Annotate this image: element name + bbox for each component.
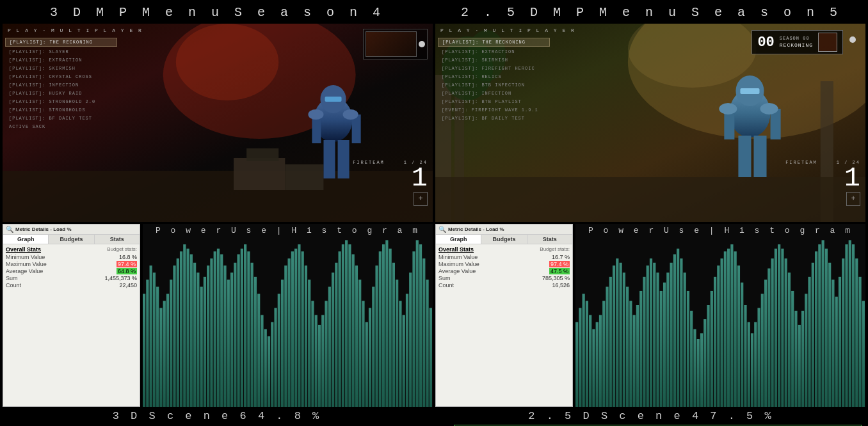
- svg-rect-164: [724, 251, 727, 407]
- svg-rect-6: [285, 164, 323, 190]
- left-metric-header: 🔍 Metric Details - Load %: [3, 225, 140, 235]
- svg-rect-177: [768, 269, 770, 407]
- svg-rect-158: [703, 319, 706, 407]
- svg-rect-94: [345, 240, 348, 407]
- svg-rect-139: [639, 291, 642, 407]
- svg-rect-142: [650, 258, 652, 407]
- right-stat-max: Maximum Value 97.4 %: [438, 261, 570, 267]
- svg-rect-62: [237, 255, 239, 407]
- right-tab-stats[interactable]: Stats: [527, 235, 572, 244]
- svg-rect-64: [244, 244, 246, 407]
- svg-rect-137: [633, 315, 636, 407]
- left-histogram-chart: [143, 237, 433, 407]
- svg-rect-149: [673, 255, 676, 407]
- svg-rect-77: [288, 258, 291, 407]
- svg-rect-60: [230, 272, 233, 407]
- svg-rect-54: [210, 258, 213, 407]
- svg-rect-98: [358, 280, 361, 407]
- svg-rect-55: [214, 251, 216, 407]
- svg-rect-44: [177, 258, 179, 407]
- screenshots-row: P L A Y · M U L T I P L A Y E R [PLAYLIS…: [0, 24, 868, 222]
- svg-rect-76: [284, 265, 287, 407]
- svg-rect-81: [301, 251, 304, 407]
- left-scene-label: 3 D S c e n e 6 4 . 8 %: [0, 409, 434, 423]
- svg-rect-174: [757, 308, 760, 407]
- right-metric-content: Budget stats: Overall Stats Minimum Valu…: [436, 244, 572, 290]
- svg-rect-5: [246, 148, 278, 161]
- left-tab-stats[interactable]: Stats: [95, 235, 140, 244]
- svg-rect-109: [396, 280, 398, 407]
- svg-rect-92: [339, 251, 341, 407]
- right-search-icon: 🔍: [438, 226, 446, 233]
- right-metrics-half: 🔍 Metric Details - Load % Graph Budgets …: [435, 224, 865, 407]
- svg-rect-146: [663, 283, 666, 407]
- svg-rect-110: [399, 301, 401, 407]
- right-scene-label: 2 . 5 D S c e n e 4 7 . 5 % 3 0 % P o w …: [434, 409, 868, 423]
- svg-rect-115: [416, 240, 419, 407]
- left-title: 3 D M P M e n u S e a s o n 4: [0, 5, 434, 20]
- left-metric-panel: 🔍 Metric Details - Load % Graph Budgets …: [3, 224, 140, 407]
- svg-rect-72: [271, 322, 273, 407]
- svg-point-14: [308, 109, 323, 120]
- svg-rect-148: [670, 263, 672, 407]
- left-tab-budgets[interactable]: Budgets: [49, 235, 94, 244]
- left-budget-stats-label: Budget stats:: [107, 246, 137, 252]
- svg-rect-133: [619, 263, 622, 407]
- right-metric-header: 🔍 Metric Details - Load %: [436, 225, 572, 235]
- right-tab-graph[interactable]: Graph: [436, 235, 481, 244]
- svg-rect-194: [825, 249, 828, 407]
- svg-rect-41: [166, 294, 169, 407]
- svg-rect-132: [616, 258, 618, 407]
- svg-rect-40: [163, 301, 166, 407]
- left-screenshot: P L A Y · M U L T I P L A Y E R [PLAYLIS…: [3, 24, 433, 222]
- right-metric-title: Metric Details - Load %: [448, 226, 504, 232]
- svg-rect-35: [146, 280, 149, 407]
- left-stat-count: Count 22,450: [6, 282, 137, 288]
- svg-rect-56: [217, 249, 220, 407]
- svg-rect-165: [727, 249, 730, 407]
- svg-rect-68: [257, 294, 260, 407]
- svg-rect-181: [781, 249, 784, 407]
- svg-rect-120: [575, 322, 578, 407]
- svg-rect-4: [234, 158, 285, 190]
- left-tab-graph[interactable]: Graph: [3, 235, 49, 244]
- svg-rect-144: [656, 272, 659, 407]
- right-stat-count: Count 16,526: [438, 282, 570, 288]
- svg-rect-46: [183, 244, 186, 407]
- svg-rect-103: [375, 265, 378, 407]
- right-metric-tabs: Graph Budgets Stats: [436, 235, 572, 244]
- svg-rect-192: [818, 244, 821, 407]
- svg-rect-195: [828, 263, 831, 407]
- svg-rect-193: [822, 240, 824, 407]
- svg-rect-205: [862, 301, 865, 407]
- svg-rect-90: [332, 272, 334, 407]
- svg-rect-166: [730, 244, 733, 407]
- svg-rect-191: [815, 251, 817, 407]
- right-screenshot: P L A Y · M U L T I P L A Y E R [PLAYLIS…: [435, 24, 865, 222]
- right-tab-budgets[interactable]: Budgets: [481, 235, 527, 244]
- svg-rect-160: [711, 291, 713, 407]
- svg-rect-129: [606, 287, 608, 407]
- svg-rect-143: [653, 263, 655, 407]
- svg-rect-187: [801, 311, 804, 407]
- svg-rect-49: [193, 263, 196, 407]
- svg-rect-88: [325, 301, 327, 407]
- svg-rect-197: [835, 297, 838, 407]
- scene-labels-row: 3 D S c e n e 6 4 . 8 % 2 . 5 D S c e n …: [0, 409, 868, 426]
- svg-rect-71: [268, 336, 270, 407]
- metrics-row: 🔍 Metric Details - Load % Graph Budgets …: [0, 222, 868, 409]
- svg-rect-119: [430, 308, 432, 407]
- right-histogram-title: P o w e r U s e | H i s t o g r a m: [575, 224, 865, 237]
- svg-rect-161: [714, 277, 716, 407]
- svg-rect-201: [849, 240, 851, 407]
- svg-rect-189: [808, 277, 810, 407]
- svg-rect-202: [852, 244, 855, 407]
- svg-rect-168: [737, 265, 740, 407]
- svg-rect-36: [150, 265, 152, 407]
- svg-rect-178: [771, 258, 774, 407]
- svg-rect-75: [281, 280, 284, 407]
- right-stat-avg: Average Value 47.5 %: [438, 268, 570, 274]
- svg-rect-180: [778, 244, 780, 407]
- svg-rect-167: [734, 251, 737, 407]
- svg-rect-116: [419, 244, 422, 407]
